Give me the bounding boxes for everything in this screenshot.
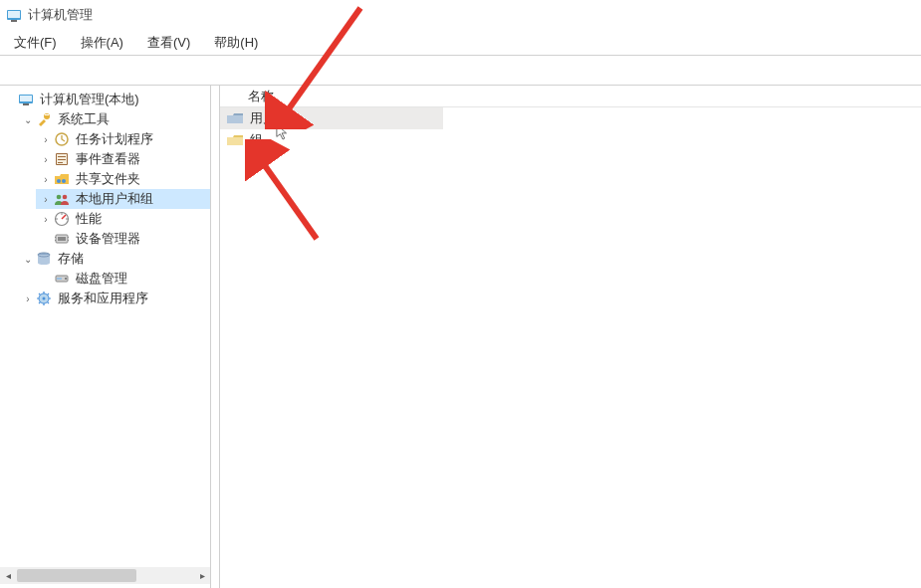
- collapse-icon[interactable]: ⌄: [22, 113, 34, 125]
- computer-management-icon: [18, 92, 34, 107]
- shared-folder-icon: [54, 171, 70, 187]
- event-log-icon: [54, 151, 70, 167]
- svg-rect-29: [57, 278, 62, 280]
- svg-point-6: [44, 113, 50, 119]
- svg-rect-1: [8, 11, 20, 18]
- tree-label: 计算机管理(本地): [36, 91, 139, 108]
- svg-point-15: [62, 179, 66, 183]
- folder-icon: [226, 110, 244, 126]
- expand-icon[interactable]: ›: [40, 133, 52, 145]
- tree-label: 服务和应用程序: [54, 290, 148, 307]
- performance-icon: [54, 211, 70, 227]
- svg-rect-4: [20, 96, 32, 101]
- tree-label: 系统工具: [54, 110, 110, 128]
- list-panel: 名称 用户 组: [219, 86, 921, 588]
- tree-performance[interactable]: › 性能: [36, 209, 210, 229]
- menu-bar: 文件(F) 操作(A) 查看(V) 帮助(H): [0, 30, 921, 56]
- scroll-left-icon[interactable]: ◂: [0, 567, 17, 584]
- svg-rect-20: [58, 237, 66, 241]
- menu-view[interactable]: 查看(V): [139, 32, 198, 54]
- menu-action[interactable]: 操作(A): [73, 32, 131, 54]
- clock-icon: [54, 131, 70, 147]
- collapse-icon[interactable]: ⌄: [22, 253, 34, 265]
- tree-panel: ▸ 计算机管理(本地) ⌄: [0, 86, 211, 588]
- svg-point-16: [57, 195, 62, 200]
- menu-file[interactable]: 文件(F): [6, 32, 65, 54]
- svg-rect-5: [23, 103, 29, 105]
- splitter[interactable]: [211, 86, 219, 588]
- content-area: ▸ 计算机管理(本地) ⌄: [0, 86, 921, 588]
- tree-label: 性能: [72, 210, 102, 228]
- svg-point-28: [65, 278, 67, 280]
- services-icon: [36, 291, 52, 306]
- svg-rect-12: [58, 159, 66, 160]
- svg-rect-2: [11, 20, 17, 22]
- tree-label: 任务计划程序: [72, 130, 153, 148]
- tree-services-apps[interactable]: › 服务和应用程序: [18, 289, 210, 308]
- tree-local-users-groups[interactable]: › 本地用户和组: [36, 189, 210, 209]
- svg-rect-11: [58, 156, 66, 157]
- app-icon: [6, 7, 22, 23]
- toolbar: [0, 56, 921, 86]
- list-item-label: 组: [250, 131, 263, 149]
- folder-icon: [226, 132, 244, 148]
- tree-label: 设备管理器: [72, 230, 140, 248]
- expand-icon[interactable]: ›: [40, 173, 52, 185]
- tree-label: 事件查看器: [72, 150, 140, 168]
- tree-root-computer-management[interactable]: ▸ 计算机管理(本地): [0, 90, 210, 109]
- list-row-users[interactable]: 用户: [220, 107, 443, 129]
- device-icon: [54, 231, 70, 247]
- list-header[interactable]: 名称: [220, 86, 921, 107]
- tree-disk-management[interactable]: › 磁盘管理: [36, 269, 210, 289]
- tree-horizontal-scrollbar[interactable]: ◂ ▸: [0, 567, 211, 584]
- tree-device-manager[interactable]: › 设备管理器: [36, 229, 210, 249]
- tree-event-viewer[interactable]: › 事件查看器: [36, 149, 210, 169]
- svg-point-31: [43, 297, 46, 300]
- expand-icon[interactable]: ›: [40, 193, 52, 205]
- tree-storage[interactable]: ⌄ 存储: [18, 249, 210, 269]
- scroll-track[interactable]: [17, 567, 194, 584]
- svg-rect-23: [68, 237, 69, 238]
- tree-task-scheduler[interactable]: › 任务计划程序: [36, 129, 210, 149]
- column-header-name[interactable]: 名称: [220, 88, 443, 105]
- tree-label: 本地用户和组: [72, 190, 153, 208]
- svg-rect-13: [58, 162, 63, 163]
- list-item-label: 用户: [250, 109, 276, 127]
- storage-icon: [36, 251, 52, 267]
- expand-icon[interactable]: ›: [22, 293, 34, 304]
- svg-rect-22: [55, 240, 56, 241]
- window-title: 计算机管理: [28, 6, 93, 24]
- users-icon: [54, 191, 70, 207]
- tree-label: 共享文件夹: [72, 170, 140, 188]
- title-bar: 计算机管理: [0, 0, 921, 30]
- menu-help[interactable]: 帮助(H): [206, 32, 266, 54]
- expand-icon[interactable]: ›: [40, 153, 52, 165]
- list-rows: 用户 组: [220, 107, 921, 151]
- tree-label: 磁盘管理: [72, 270, 127, 288]
- tree-system-tools[interactable]: ⌄ 系统工具: [18, 109, 210, 129]
- disk-icon: [54, 271, 70, 287]
- svg-rect-24: [68, 240, 69, 241]
- tree-label: 存储: [54, 250, 84, 268]
- expand-icon[interactable]: ›: [40, 213, 52, 225]
- svg-point-14: [57, 179, 61, 183]
- scroll-right-icon[interactable]: ▸: [194, 567, 211, 584]
- svg-point-17: [63, 195, 68, 200]
- scroll-thumb[interactable]: [17, 569, 136, 582]
- list-row-groups[interactable]: 组: [220, 129, 443, 151]
- svg-rect-7: [45, 114, 49, 115]
- tools-icon: [36, 111, 52, 127]
- tree-shared-folders[interactable]: › 共享文件夹: [36, 169, 210, 189]
- svg-rect-21: [55, 237, 56, 238]
- tree[interactable]: ▸ 计算机管理(本地) ⌄: [0, 90, 210, 308]
